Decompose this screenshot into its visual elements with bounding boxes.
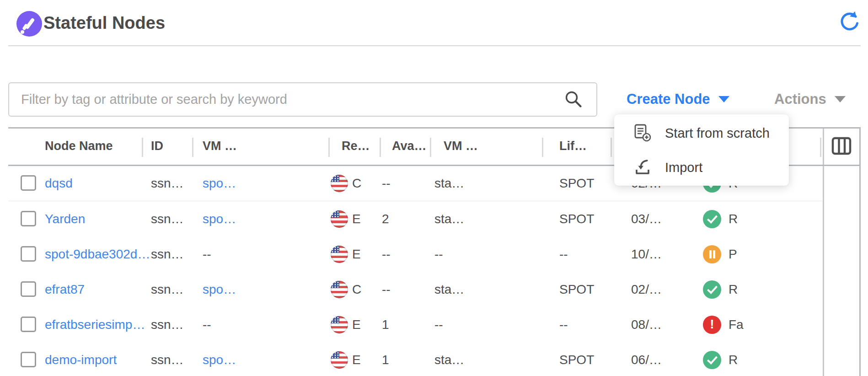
search-icon[interactable] xyxy=(564,90,584,110)
page-title: Stateful Nodes xyxy=(43,13,165,33)
create-node-button[interactable]: Create Node xyxy=(627,89,729,109)
menu-item-import[interactable]: Import xyxy=(614,151,789,184)
us-flag-icon xyxy=(331,316,348,333)
node-name-link[interactable]: dqsd xyxy=(45,176,73,191)
import-icon xyxy=(632,157,653,177)
node-id: ssn… xyxy=(151,282,184,297)
availability-cell: 2 xyxy=(382,212,389,226)
node-name-link[interactable]: Yarden xyxy=(45,212,85,226)
region-cell: E xyxy=(352,247,361,262)
region-cell: E xyxy=(352,317,361,332)
column-picker-button[interactable] xyxy=(831,137,852,155)
lifecycle-cell: SPOT xyxy=(559,212,594,226)
column-divider[interactable] xyxy=(542,138,543,157)
us-flag-icon xyxy=(331,246,348,263)
region-cell: E xyxy=(352,212,361,226)
spot-logo-icon xyxy=(16,11,42,37)
lifecycle-cell: SPOT xyxy=(559,353,594,367)
region-cell: E xyxy=(352,353,361,367)
node-name-link[interactable]: efratbseriesimp… xyxy=(45,317,145,332)
lifecycle-cell: -- xyxy=(559,317,568,332)
column-header-vm2[interactable]: VM … xyxy=(444,139,478,153)
node-name-link[interactable]: spot-9dbae302d… xyxy=(45,247,150,262)
lifecycle-cell: -- xyxy=(559,247,568,262)
vm-size-cell: sta… xyxy=(434,212,464,226)
node-id: ssn… xyxy=(151,247,184,262)
menu-item-start-from-scratch[interactable]: Start from scratch xyxy=(614,117,789,150)
table-row: demo-import ssn… spo… E 1 sta… SPOT 06/…… xyxy=(8,342,823,376)
row-checkbox[interactable] xyxy=(21,175,36,191)
us-flag-icon xyxy=(331,175,348,192)
header-divider xyxy=(8,45,861,46)
column-header-availability[interactable]: Ava… xyxy=(392,139,427,153)
document-add-icon xyxy=(632,123,653,143)
column-divider[interactable] xyxy=(142,138,143,157)
vm-size-cell: -- xyxy=(434,317,443,332)
status-cell: R xyxy=(729,353,738,367)
column-divider[interactable] xyxy=(820,138,821,157)
vm-link[interactable]: spo… xyxy=(203,212,236,226)
node-id: ssn… xyxy=(151,212,184,226)
menu-item-label: Start from scratch xyxy=(665,126,770,141)
table-row: efrat87 ssn… spo… C -- sta… SPOT 02/… R xyxy=(8,272,823,308)
row-checkbox[interactable] xyxy=(21,352,36,367)
filter-search-input[interactable] xyxy=(8,82,597,117)
node-name-link[interactable]: demo-import xyxy=(45,353,117,367)
column-header-node-name[interactable]: Node Name xyxy=(45,139,113,153)
column-divider[interactable] xyxy=(611,138,612,157)
status-icon xyxy=(703,351,721,369)
lifecycle-cell: SPOT xyxy=(559,282,594,297)
created-cell: 02/… xyxy=(631,282,662,297)
stateful-nodes-page: Stateful Nodes Create Node Actions Node … xyxy=(0,0,868,376)
row-checkbox[interactable] xyxy=(21,317,36,332)
node-id: ssn… xyxy=(151,317,184,332)
vm-link[interactable]: spo… xyxy=(203,176,236,191)
vm-size-cell: sta… xyxy=(434,353,464,367)
caret-down-icon xyxy=(718,96,729,102)
table-row: spot-9dbae302d… ssn… -- E -- -- -- 10/… … xyxy=(8,236,823,273)
availability-cell: -- xyxy=(382,247,391,262)
created-cell: 03/… xyxy=(631,212,662,226)
column-divider[interactable] xyxy=(192,138,193,157)
status-cell: R xyxy=(729,282,738,297)
row-checkbox[interactable] xyxy=(21,281,36,297)
actions-button[interactable]: Actions xyxy=(774,89,846,109)
row-checkbox[interactable] xyxy=(21,211,36,226)
status-icon xyxy=(703,210,721,228)
caret-down-icon xyxy=(835,96,846,102)
created-cell: 08/… xyxy=(631,317,662,332)
vm-size-cell: -- xyxy=(434,247,443,262)
refresh-button[interactable] xyxy=(838,11,860,32)
us-flag-icon xyxy=(331,281,348,298)
availability-cell: 1 xyxy=(382,317,389,332)
region-cell: C xyxy=(352,176,361,191)
column-divider[interactable] xyxy=(430,138,431,157)
node-name-link[interactable]: efrat87 xyxy=(45,282,85,297)
column-header-lifecycle[interactable]: Lif… xyxy=(559,139,587,153)
column-divider[interactable] xyxy=(328,138,330,157)
status-icon xyxy=(703,280,721,299)
create-node-label: Create Node xyxy=(627,91,710,107)
column-divider[interactable] xyxy=(380,138,381,157)
node-id: ssn… xyxy=(151,176,184,191)
status-icon xyxy=(703,245,721,263)
column-header-region[interactable]: Re… xyxy=(342,139,370,153)
region-cell: C xyxy=(352,282,361,297)
availability-cell: -- xyxy=(382,282,391,297)
created-cell: 06/… xyxy=(631,353,662,367)
column-header-vm[interactable]: VM … xyxy=(203,139,237,153)
row-checkbox[interactable] xyxy=(21,246,36,262)
table-row: efratbseriesimp… ssn… -- E 1 -- -- 08/… … xyxy=(8,307,823,343)
us-flag-icon xyxy=(331,351,348,369)
vm-size-cell: sta… xyxy=(434,176,464,191)
column-header-id[interactable]: ID xyxy=(151,139,163,153)
status-cell: P xyxy=(729,247,737,262)
us-flag-icon xyxy=(331,210,348,228)
created-cell: 10/… xyxy=(631,247,662,262)
vm-link[interactable]: spo… xyxy=(203,282,236,297)
node-id: ssn… xyxy=(151,353,184,367)
status-icon xyxy=(703,316,721,334)
vm-link: -- xyxy=(203,247,211,262)
status-cell: Fa xyxy=(729,317,744,332)
vm-link[interactable]: spo… xyxy=(203,353,236,367)
